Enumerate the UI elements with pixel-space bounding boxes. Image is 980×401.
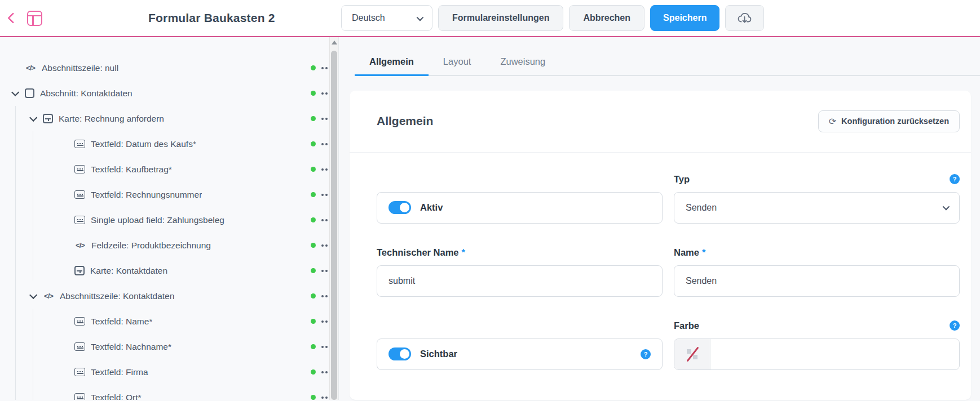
status-dot — [311, 167, 316, 172]
toggle-knob — [400, 203, 409, 212]
tree-item-label: Textfeld: Ort* — [91, 393, 142, 400]
scroll-up-arrow-icon[interactable] — [332, 41, 337, 44]
status-dot — [311, 243, 316, 248]
form-structure-tree: Abschnittszeile: null Abschnitt: Kontakt… — [0, 37, 339, 400]
sichtbar-toggle[interactable] — [389, 347, 411, 360]
typ-select[interactable]: Senden — [674, 192, 960, 224]
tree-item-label: Single upload field: Zahlungsbeleg — [91, 215, 224, 225]
cancel-button[interactable]: Abbrechen — [569, 5, 644, 31]
status-dot — [311, 91, 316, 96]
tree-item-icon — [74, 342, 85, 351]
tree-item[interactable]: Textfeld: Name* — [0, 309, 338, 334]
back-chevron-icon[interactable] — [7, 12, 19, 24]
tree-item-label: Karte: Kontaktdaten — [90, 266, 167, 276]
tree-item-icon — [74, 216, 85, 224]
aktiv-toggle[interactable] — [389, 201, 411, 214]
tree-item[interactable]: Karte: Rechnung anfordern — [0, 106, 338, 131]
status-dot — [311, 65, 316, 70]
status-dot — [311, 116, 316, 121]
chevron-down-icon[interactable] — [29, 291, 37, 298]
reset-configuration-label: Konfiguration zurücksetzen — [841, 117, 949, 126]
reset-configuration-button[interactable]: Konfiguration zurücksetzen — [818, 110, 960, 132]
tree-item-icon — [43, 291, 54, 302]
technischer-name-input[interactable] — [377, 265, 663, 297]
tree-item[interactable]: Textfeld: Firma — [0, 359, 338, 385]
tree-item[interactable]: Textfeld: Ort* — [0, 385, 338, 400]
typ-label: Typ — [674, 174, 690, 185]
tree-item[interactable]: Textfeld: Rechnungsnummer — [0, 182, 338, 207]
tree-item-label: Karte: Rechnung anfordern — [59, 114, 164, 124]
field-technischer-name: Technischer Name * — [377, 247, 663, 297]
language-select[interactable]: Deutsch — [341, 5, 432, 31]
app-header: Formular Baukasten 2 Deutsch Formularein… — [0, 0, 980, 37]
chevron-down-icon — [417, 14, 424, 21]
tree-item[interactable]: Karte: Kontaktdaten — [0, 258, 338, 283]
status-dot — [311, 395, 316, 400]
technischer-name-label: Technischer Name — [377, 247, 459, 258]
tree-item-icon — [74, 240, 86, 251]
farbe-input[interactable] — [674, 338, 960, 370]
name-input[interactable] — [674, 265, 960, 297]
tree-item-label: Textfeld: Nachname* — [91, 342, 171, 352]
color-swatch[interactable] — [674, 339, 710, 369]
scrollbar-thumb[interactable] — [331, 51, 337, 400]
tab-zuweisung[interactable]: Zuweisung — [485, 52, 560, 75]
save-button[interactable]: Speichern — [650, 5, 719, 31]
tree-item-icon — [25, 63, 36, 74]
tree-item-icon — [74, 190, 85, 199]
farbe-label: Farbe — [674, 320, 699, 331]
typ-help-icon[interactable] — [950, 174, 960, 184]
tree-item-icon — [74, 368, 85, 376]
field-aktiv: Aktiv — [377, 174, 663, 224]
tree-item[interactable]: Single upload field: Zahlungsbeleg — [0, 207, 338, 233]
chevron-down-icon[interactable] — [11, 88, 19, 96]
tree-item[interactable]: Textfeld: Kaufbetrag* — [0, 157, 338, 182]
field-farbe: Farbe — [674, 320, 960, 370]
aktiv-box: Aktiv — [377, 192, 663, 224]
status-dot — [311, 293, 316, 298]
tree-item-label: Abschnitt: Kontaktdaten — [40, 88, 133, 99]
tree-item-label: Textfeld: Name* — [91, 317, 152, 327]
required-mark: * — [462, 247, 465, 258]
form-builder-logo-icon[interactable] — [27, 11, 42, 26]
tree-item[interactable]: Textfeld: Nachname* — [0, 334, 338, 359]
sidebar-scrollbar[interactable] — [329, 37, 338, 400]
sichtbar-box: Sichtbar — [377, 338, 663, 370]
tree-item[interactable]: Abschnitt: Kontaktdaten — [0, 81, 338, 106]
refresh-icon — [829, 116, 836, 127]
name-label: Name — [674, 247, 699, 258]
chevron-down-icon[interactable] — [29, 113, 37, 121]
tree-item-label: Abschnittszeile: null — [42, 63, 118, 73]
sichtbar-help-icon[interactable] — [641, 349, 651, 359]
status-dot — [311, 192, 316, 197]
form-settings-button[interactable]: Formulareinstellungen — [438, 5, 563, 31]
status-dot — [311, 369, 316, 375]
export-button[interactable] — [725, 5, 764, 31]
field-sichtbar: Sichtbar — [377, 320, 663, 370]
settings-card: Allgemein Konfiguration zurücksetzen Akt… — [350, 91, 971, 400]
tree-item-icon — [74, 140, 85, 148]
tree-item-icon — [74, 266, 85, 275]
settings-card-header: Allgemein Konfiguration zurücksetzen — [350, 91, 971, 153]
tab-allgemein[interactable]: Allgemein — [355, 52, 429, 76]
settings-form: Aktiv Typ Senden — [350, 153, 971, 387]
tree-item-icon — [74, 317, 85, 326]
tree-item[interactable]: Abschnittszeile: null — [0, 55, 338, 81]
aktiv-label: Aktiv — [420, 202, 443, 213]
sichtbar-label: Sichtbar — [420, 349, 457, 359]
tree-item[interactable]: Textfeld: Datum des Kaufs* — [0, 131, 338, 157]
status-dot — [311, 344, 316, 349]
tree-item-label: Textfeld: Rechnungsnummer — [91, 190, 202, 200]
status-dot — [311, 268, 316, 273]
tree-item[interactable]: Abschnittszeile: Kontaktdaten — [0, 283, 338, 309]
status-dot — [311, 217, 316, 222]
tree-item-label: Textfeld: Firma — [91, 367, 148, 377]
page-title: Formular Baukasten 2 — [148, 11, 275, 25]
status-dot — [311, 319, 316, 324]
header-actions: Deutsch Formulareinstellungen Abbrechen … — [341, 5, 764, 31]
main-panel: Allgemein Layout Zuweisung Allgemein Kon… — [339, 37, 980, 400]
tab-layout[interactable]: Layout — [429, 52, 486, 75]
tree-item-icon — [43, 114, 53, 123]
tree-item[interactable]: Feldzeile: Produktbezeichnung — [0, 233, 338, 258]
farbe-help-icon[interactable] — [950, 320, 960, 331]
